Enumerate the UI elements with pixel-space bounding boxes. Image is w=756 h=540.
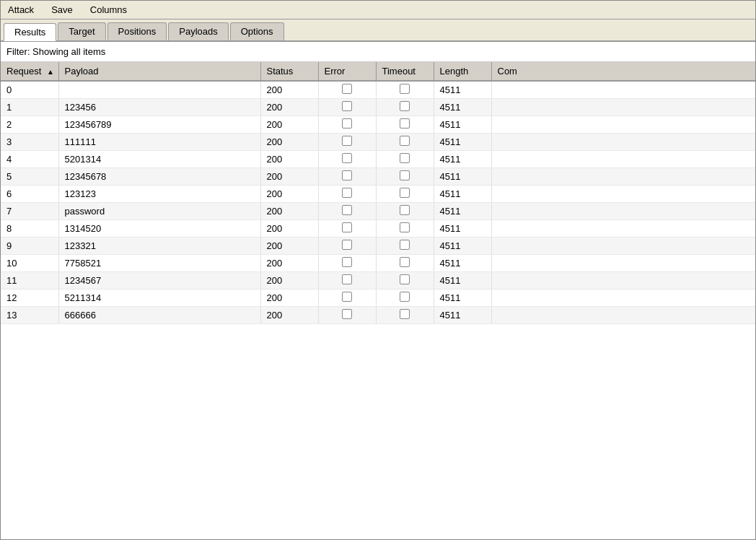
cell-length: 4511: [434, 289, 491, 307]
cell-status: 200: [260, 272, 318, 289]
error-checkbox: [342, 240, 352, 250]
cell-request: 6: [1, 186, 58, 203]
cell-length: 4511: [434, 151, 491, 168]
table-row[interactable]: 91233212004511: [1, 238, 755, 255]
cell-payload: 123456789: [58, 116, 260, 134]
cell-timeout: [376, 203, 434, 220]
cell-timeout: [376, 307, 434, 324]
cell-timeout: [376, 151, 434, 168]
cell-timeout: [376, 238, 434, 255]
table-row[interactable]: 61231232004511: [1, 186, 755, 203]
table-row[interactable]: 21234567892004511: [1, 116, 755, 134]
cell-error: [318, 289, 376, 307]
cell-request: 9: [1, 238, 58, 255]
cell-payload: 5201314: [58, 151, 260, 168]
cell-comment: [491, 238, 755, 255]
filter-text: Filter: Showing all items: [6, 46, 105, 57]
cell-request: 12: [1, 289, 58, 307]
cell-length: 4511: [434, 220, 491, 238]
cell-comment: [491, 116, 755, 134]
table-row[interactable]: 5123456782004511: [1, 168, 755, 186]
cell-status: 200: [260, 116, 318, 134]
table-row[interactable]: 813145202004511: [1, 220, 755, 238]
cell-timeout: [376, 272, 434, 289]
col-header-length[interactable]: Length: [434, 62, 491, 81]
cell-length: 4511: [434, 238, 491, 255]
col-header-request[interactable]: Request ▲: [1, 62, 58, 81]
cell-payload: 7758521: [58, 255, 260, 272]
cell-request: 8: [1, 220, 58, 238]
table-row[interactable]: 136666662004511: [1, 307, 755, 324]
error-checkbox: [342, 118, 352, 129]
content-area: Request ▲ Payload Status Error Timeout L…: [1, 62, 755, 539]
table-row[interactable]: 7password2004511: [1, 203, 755, 220]
cell-payload: 123456: [58, 99, 260, 116]
menu-attack[interactable]: Attack: [5, 3, 37, 17]
cell-comment: [491, 203, 755, 220]
table-row[interactable]: 02004511: [1, 81, 755, 99]
table-row[interactable]: 1112345672004511: [1, 272, 755, 289]
cell-comment: [491, 151, 755, 168]
cell-status: 200: [260, 220, 318, 238]
cell-status: 200: [260, 203, 318, 220]
cell-length: 4511: [434, 134, 491, 151]
cell-status: 200: [260, 81, 318, 99]
cell-error: [318, 99, 376, 116]
cell-request: 0: [1, 81, 58, 99]
main-window: Attack Save Columns Results Target Posit…: [0, 0, 756, 540]
cell-status: 200: [260, 134, 318, 151]
cell-payload: 123123: [58, 186, 260, 203]
cell-status: 200: [260, 186, 318, 203]
cell-request: 2: [1, 116, 58, 134]
timeout-checkbox: [400, 292, 410, 302]
table-row[interactable]: 452013142004511: [1, 151, 755, 168]
col-header-status[interactable]: Status: [260, 62, 318, 81]
cell-request: 7: [1, 203, 58, 220]
error-checkbox: [342, 274, 352, 284]
cell-request: 4: [1, 151, 58, 168]
cell-request: 5: [1, 168, 58, 186]
cell-length: 4511: [434, 203, 491, 220]
cell-error: [318, 238, 376, 255]
table-row[interactable]: 1077585212004511: [1, 255, 755, 272]
tab-target[interactable]: Target: [58, 22, 105, 40]
timeout-checkbox: [400, 257, 410, 267]
cell-timeout: [376, 134, 434, 151]
cell-payload: 1314520: [58, 220, 260, 238]
tab-positions[interactable]: Positions: [107, 22, 167, 40]
tab-payloads[interactable]: Payloads: [168, 22, 228, 40]
cell-timeout: [376, 289, 434, 307]
cell-error: [318, 220, 376, 238]
table-row[interactable]: 11234562004511: [1, 99, 755, 116]
results-table-container[interactable]: Request ▲ Payload Status Error Timeout L…: [1, 62, 755, 539]
cell-comment: [491, 186, 755, 203]
cell-length: 4511: [434, 168, 491, 186]
cell-timeout: [376, 220, 434, 238]
menu-bar: Attack Save Columns: [1, 1, 755, 19]
cell-comment: [491, 272, 755, 289]
timeout-checkbox: [400, 153, 410, 163]
col-header-payload[interactable]: Payload: [58, 62, 260, 81]
cell-error: [318, 307, 376, 324]
table-row[interactable]: 1252113142004511: [1, 289, 755, 307]
table-row[interactable]: 31111112004511: [1, 134, 755, 151]
cell-length: 4511: [434, 272, 491, 289]
tab-results[interactable]: Results: [4, 23, 56, 41]
cell-status: 200: [260, 238, 318, 255]
cell-request: 1: [1, 99, 58, 116]
col-header-error[interactable]: Error: [318, 62, 376, 81]
timeout-checkbox: [400, 205, 410, 215]
cell-payload: 5211314: [58, 289, 260, 307]
cell-status: 200: [260, 168, 318, 186]
cell-status: 200: [260, 289, 318, 307]
cell-payload: 12345678: [58, 168, 260, 186]
cell-payload: password: [58, 203, 260, 220]
menu-columns[interactable]: Columns: [87, 3, 130, 17]
menu-save[interactable]: Save: [48, 3, 76, 17]
error-checkbox: [342, 153, 352, 163]
timeout-checkbox: [400, 84, 410, 94]
col-header-timeout[interactable]: Timeout: [376, 62, 434, 81]
col-header-comment[interactable]: Com: [491, 62, 755, 81]
error-checkbox: [342, 136, 352, 146]
tab-options[interactable]: Options: [230, 22, 284, 40]
